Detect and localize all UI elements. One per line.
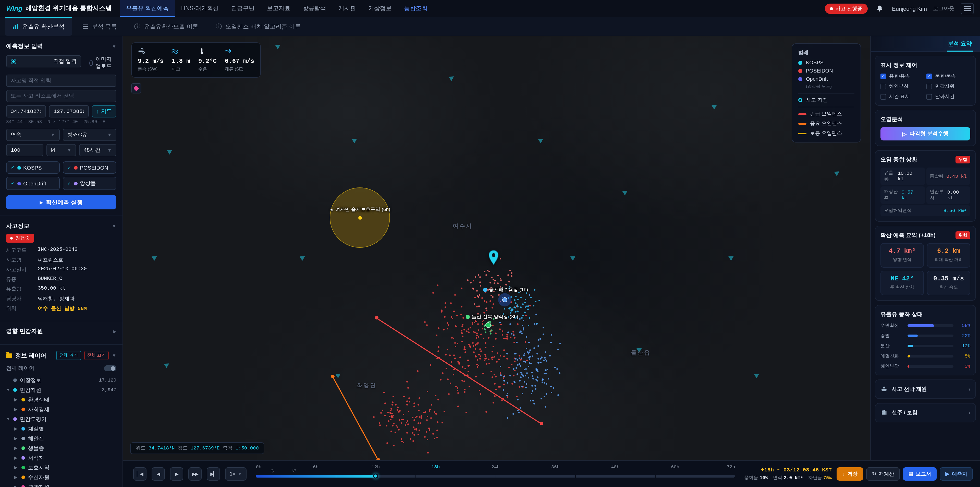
amount-input[interactable] (6, 144, 43, 156)
document-icon: ▤ (908, 471, 913, 477)
checkbox-resources[interactable]: ✓민감자원 (926, 83, 970, 90)
legend-dot-icon (798, 77, 802, 81)
master-layer-toggle[interactable] (104, 365, 116, 371)
nav-item-aerial[interactable]: 항공탐색 (297, 0, 332, 17)
tab-boom-algorithm-theory[interactable]: ⓘ 오일펜스 배치 알고리즘 이론 (208, 18, 308, 36)
beach-marker-dot[interactable] (502, 297, 508, 302)
pollution-analysis-card: 오염분석 ▷다각형 분석수행 (875, 110, 976, 146)
nav-item-integrated-search[interactable]: 통합조회 (398, 0, 434, 17)
flag-icon: ◄ (329, 208, 333, 212)
logout-button[interactable]: 로그아웃 (933, 5, 955, 12)
skip-start-button[interactable]: ▏◀ (133, 467, 146, 481)
farm-marker-dot[interactable] (485, 322, 491, 328)
report-button[interactable]: ▤보고서 (903, 467, 937, 481)
nav-item-spill-forecast[interactable]: 유출유 확산예측 (120, 0, 175, 17)
recalculate-button[interactable]: ↻재계산 (866, 467, 900, 481)
latitude-input[interactable] (6, 105, 46, 118)
model-toggle-ensemble[interactable]: ✓앙상블 (63, 177, 116, 190)
layer-item-eco[interactable]: ▶환경생태 (6, 395, 116, 404)
layer-item-sensitive-resources[interactable]: ▼민감자원3,947 (6, 385, 116, 395)
owner-insurance-section[interactable]: 선주 / 보험 › (875, 403, 976, 422)
longitude-input[interactable] (49, 105, 89, 118)
nav-item-board[interactable]: 게시판 (332, 0, 362, 17)
polygon-analysis-button[interactable]: ▷다각형 분석수행 (880, 127, 970, 141)
step-back-button[interactable]: ◀ (151, 467, 165, 481)
chevron-right-icon: ▶ (14, 407, 18, 412)
user-name[interactable]: Eunjeong Kim (892, 5, 927, 11)
timeline-slider[interactable]: ♡ ♡ (256, 475, 735, 477)
incident-info-header[interactable]: 사고정보 ▼ (6, 218, 116, 233)
incident-row: 담당자남해청, 방제과 (6, 295, 116, 302)
layer-item-protected-area[interactable]: ▶보호지역 (6, 463, 116, 473)
unit-select[interactable]: kl▼ (46, 144, 76, 156)
checkbox-time[interactable]: ✓시간 표시 (880, 93, 924, 100)
model-toggle-kosps[interactable]: ✓KOSPS (6, 161, 60, 174)
weathering-pct: 58% (957, 323, 970, 328)
checkbox-current[interactable]: ✓유향/유속 (880, 73, 924, 80)
all-layers-on-button[interactable]: 전체 켜기 (56, 351, 81, 360)
radio-direct-input[interactable]: 직접 입력 (6, 55, 81, 67)
model-toggle-opendrift[interactable]: ✓OpenDrift (6, 177, 60, 190)
hamburger-menu-button[interactable] (961, 3, 974, 14)
weather-info-panel: 9.2 m/s 풍속 (SW) 1.8 m 파고 9.2°C 수온 (131, 42, 261, 78)
tab-model-theory[interactable]: ⓘ 유출유확산모델 이론 (127, 18, 205, 36)
timeline-thumb[interactable] (373, 473, 378, 479)
layer-item-tourism[interactable]: ▶관광자원 (6, 482, 116, 487)
chevron-right-icon: ▶ (14, 446, 18, 450)
content-area: ◄ 여자만 습지보호구역 (6h) 웅포해수욕장 (1h) (123, 36, 980, 487)
nav-item-hns[interactable]: HNS·대기확산 (175, 0, 225, 17)
model-color-dot (74, 182, 77, 185)
ship-spec-section[interactable]: 사고 선박 제원 › (875, 380, 976, 399)
run-prediction-button[interactable]: ▸확산예측 실행 (6, 195, 116, 209)
fast-forward-button[interactable]: ▶▶ (188, 467, 202, 481)
nav-item-rescue[interactable]: 긴급구난 (225, 0, 261, 17)
layer-item-coastline[interactable]: ▶해안선 (6, 434, 116, 443)
accident-location-pin[interactable] (488, 250, 499, 266)
save-button[interactable]: ↓저장 (837, 467, 863, 481)
layer-item-seasonal[interactable]: ▶계절별 (6, 424, 116, 434)
tab-analysis-summary[interactable]: 분석 요약 (947, 36, 973, 51)
prediction-input-header[interactable]: 예측정보 입력 ▼ (6, 38, 116, 53)
layer-item-sensitivity-eval[interactable]: ▼민감도평가 (6, 414, 116, 424)
incident-status-badge[interactable]: 사고 진행중 (824, 3, 867, 14)
forecast-button[interactable]: ▶예측치 (940, 467, 973, 481)
model-toggle-poseidon[interactable]: ✓POSEIDON (63, 161, 116, 174)
checkbox-datetime[interactable]: ✓날짜시간 (926, 93, 970, 100)
impact-resources-header[interactable]: 영향 민감자원 ▶ (6, 323, 116, 338)
skip-end-button[interactable]: ▶▏ (207, 467, 220, 481)
play-icon: ▸ (40, 199, 43, 206)
all-layers-off-button[interactable]: 전체 끄기 (84, 351, 109, 360)
layer-dot-icon (21, 427, 25, 431)
event-marker-icon[interactable]: ♡ (270, 468, 275, 473)
duration-select[interactable]: 48시간▼ (79, 144, 116, 156)
layer-item-socioeconomic[interactable]: ▶사회경제 (6, 404, 116, 414)
tab-analysis-list[interactable]: 분석 목록 (75, 18, 124, 36)
layer-item-fishery-resources[interactable]: ▶수산자원 (6, 473, 116, 482)
pick-on-map-button[interactable]: ↑지도 (92, 105, 117, 118)
layer-item-fisheries[interactable]: 어장정보17,129 (6, 375, 116, 385)
layer-item-species[interactable]: ▶생물종 (6, 443, 116, 453)
play-button[interactable]: ▶ (170, 467, 183, 481)
playback-speed-select[interactable]: 1×▼ (225, 467, 247, 481)
incident-list-input[interactable] (6, 90, 116, 102)
spill-type-select[interactable]: 연속▼ (6, 129, 60, 141)
track-tick (496, 474, 496, 478)
tab-diffusion-analysis[interactable]: 유출유 확산분석 (5, 18, 72, 36)
nav-item-reports[interactable]: 보고자료 (261, 0, 297, 17)
divider (798, 93, 854, 93)
oil-type-select[interactable]: 벙커C유▼ (63, 129, 116, 141)
polygon-icon: ▷ (902, 131, 907, 137)
checkbox-shore[interactable]: ✓해안부착 (880, 83, 924, 90)
radio-image-upload[interactable]: 이미지 업로드 (89, 55, 116, 70)
event-marker-icon[interactable]: ♡ (292, 468, 296, 473)
nav-item-weather[interactable]: 기상정보 (362, 0, 398, 17)
map-draw-tool-button[interactable] (131, 83, 142, 93)
notifications-button[interactable] (873, 2, 886, 14)
checkbox-wind[interactable]: ✓풍향/풍속 (926, 73, 970, 80)
map-canvas[interactable]: ◄ 여자만 습지보호구역 (6h) 웅포해수욕장 (1h) (123, 36, 870, 460)
incident-name-input[interactable] (6, 75, 116, 87)
chevron-right-icon: ▶ (113, 329, 116, 334)
incident-row: 사고명씨프린스호 (6, 256, 116, 263)
layer-item-habitat[interactable]: ▶서식지 (6, 453, 116, 463)
legend-fence-urgent: 긴급 오일펜스 (798, 110, 854, 118)
